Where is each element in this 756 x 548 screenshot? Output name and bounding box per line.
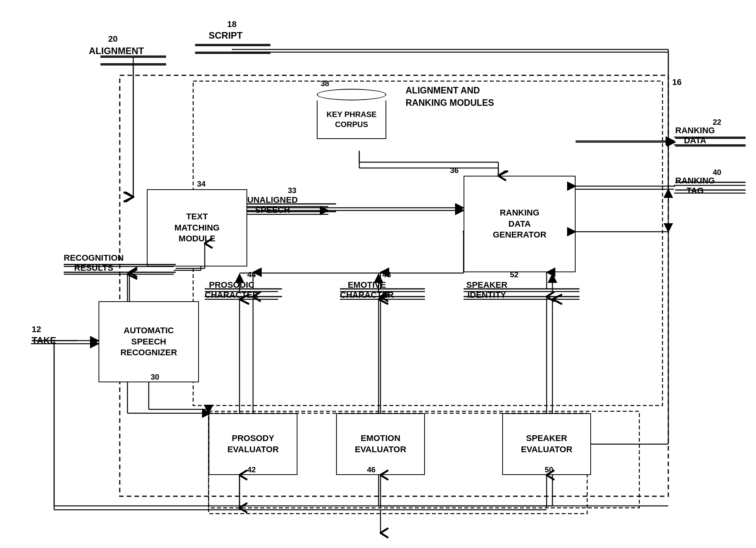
prosody-evaluator-number: 42 bbox=[247, 465, 256, 474]
speaker-evaluator-number: 50 bbox=[545, 465, 553, 474]
module-16-number: 16 bbox=[672, 77, 681, 87]
svg-rect-9 bbox=[193, 81, 663, 405]
ranking-data-generator-box: RANKINGDATAGENERATOR bbox=[464, 176, 576, 272]
prosodic-character-label: PROSODICCHARACTER bbox=[205, 280, 258, 300]
diagram-container: ALIGNMENT 20 SCRIPT 18 16 ALIGNMENT ANDR… bbox=[0, 0, 756, 548]
asr-number: 30 bbox=[151, 373, 159, 382]
ranking-data-label: RANKINGDATA bbox=[675, 126, 715, 146]
key-phrase-corpus: KEY PHRASECORPUS bbox=[317, 89, 386, 139]
emotion-evaluator-box: EMOTIONEVALUATOR bbox=[336, 413, 425, 475]
emotion-evaluator-number: 46 bbox=[367, 465, 375, 474]
script-number: 18 bbox=[227, 19, 236, 29]
unaligned-speech-number: 33 bbox=[288, 186, 296, 195]
ranking-tag-number: 40 bbox=[713, 168, 721, 177]
take-number: 12 bbox=[32, 324, 41, 334]
emotive-character-number: 48 bbox=[382, 270, 391, 279]
script-label: SCRIPT bbox=[209, 30, 243, 41]
emotive-character-label: EMOTIVECHARACTER bbox=[340, 280, 394, 300]
key-phrase-corpus-number: 38 bbox=[321, 79, 329, 88]
recognition-results-label: RECOGNITIONRESULTS bbox=[64, 253, 124, 273]
take-label: TAKE bbox=[32, 335, 56, 346]
text-matching-module-box: TEXTMATCHINGMODULE bbox=[147, 189, 247, 266]
alignment-ranking-modules-label: ALIGNMENT ANDRANKING MODULES bbox=[406, 84, 494, 109]
alignment-label: ALIGNMENT bbox=[89, 46, 144, 56]
speaker-identity-number: 52 bbox=[510, 270, 518, 279]
ranking-data-generator-number: 36 bbox=[450, 166, 459, 175]
alignment-number: 20 bbox=[108, 34, 117, 44]
speaker-identity-label: SPEAKERIDENTITY bbox=[466, 280, 507, 300]
prosodic-character-number: 44 bbox=[247, 270, 256, 279]
unaligned-speech-label: UNALIGNEDSPEECH bbox=[247, 195, 298, 215]
text-matching-number: 34 bbox=[197, 180, 206, 188]
cylinder-top bbox=[317, 89, 386, 100]
automatic-speech-recognizer-box: AUTOMATICSPEECHRECOGNIZER bbox=[99, 301, 199, 382]
cylinder-body: KEY PHRASECORPUS bbox=[317, 100, 386, 139]
ranking-tag-label: RANKINGTAG bbox=[675, 176, 715, 196]
ranking-data-number: 22 bbox=[713, 118, 721, 127]
